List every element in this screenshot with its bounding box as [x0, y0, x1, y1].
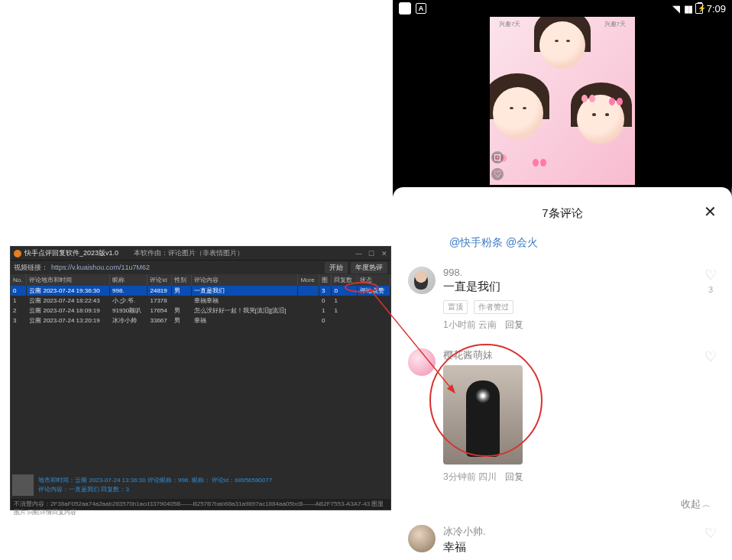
comment-meta: 1小时前 云南 — [443, 319, 497, 330]
author-liked-badge: 作者赞过 — [474, 300, 513, 314]
close-button[interactable]: ✕ — [381, 250, 387, 257]
window-controls: — ☐ ✕ — [351, 250, 387, 257]
chevron-up-icon: ︿ — [702, 500, 711, 509]
app-titlebar[interactable]: 快手点评回复软件_2023版v1.0 本软件由：评论图片（非表情图片） — ☐ … — [11, 247, 390, 261]
close-comments-button[interactable]: ✕ — [704, 202, 717, 221]
comment-nickname[interactable]: 998. — [443, 267, 697, 278]
table-cell: 24819 — [147, 286, 172, 296]
table-cell: 0 — [332, 286, 358, 296]
comment-text: 幸福 — [443, 540, 697, 555]
comments-title: 7条评论 — [542, 206, 582, 221]
table-cell — [358, 306, 390, 316]
url-value: https://v.kuaishou.com/11u7M62 — [51, 264, 150, 271]
table-cell: 1 — [332, 306, 358, 316]
app-icon — [14, 250, 21, 257]
table-cell: 云南 2023-07-24 18:22:43 — [27, 296, 110, 306]
table-cell: 91930颖叭 — [110, 306, 147, 316]
detail-line1: 地市和时间：云南 2023-07-24 13:36:30 评论昵称：998. 昵… — [38, 476, 272, 485]
avatar[interactable] — [408, 525, 436, 552]
avatar[interactable] — [408, 348, 436, 376]
table-cell: 33667 — [147, 316, 172, 325]
table-row[interactable]: 1云南 2023-07-24 18:22:43小.少.爷.17378幸福幸福01 — [11, 296, 390, 306]
table-cell: 0 — [11, 286, 27, 296]
table-cell: 17654 — [147, 306, 172, 316]
table-header[interactable]: 性别 — [172, 274, 191, 286]
desktop-app-window: 快手点评回复软件_2023版v1.0 本软件由：评论图片（非表情图片） — ☐ … — [10, 246, 391, 510]
table-header[interactable]: More — [298, 274, 319, 286]
detail-avatar — [12, 474, 34, 496]
table-cell — [358, 296, 390, 306]
camera-icon[interactable]: ⊡ — [491, 151, 504, 163]
table-cell: 小.少.爷. — [110, 296, 147, 306]
like-button[interactable]: ♡ — [704, 348, 717, 365]
clock-text: 7:09 — [707, 3, 726, 15]
table-cell: 2 — [11, 306, 27, 316]
overlay-text-1: 兴趣7天 — [499, 20, 520, 28]
comment-nickname[interactable]: 樱花酱萌妹 — [443, 348, 697, 362]
table-header[interactable]: 图 — [319, 274, 332, 286]
status-text: 不清楚内容：2F38aF052aa74a2aab283570b1acd33790… — [14, 500, 387, 509]
like-button[interactable]: ♡ — [704, 525, 717, 542]
table-cell: 0 — [319, 316, 332, 325]
table-cell — [298, 306, 319, 316]
table-header[interactable]: 状态 — [358, 274, 390, 286]
app-subtitle: 本软件由：评论图片（非表情图片） — [134, 248, 244, 258]
table-header[interactable]: No. — [11, 274, 27, 286]
comment-item: 998. 一直是我们 置顶 作者赞过 1小时前 云南 回复 ♡ 3 — [408, 261, 717, 342]
table-header[interactable]: 回复数 — [332, 274, 358, 286]
phone-status-bar: A ◥ ▮▮ ⚡ 7:09 — [393, 0, 732, 17]
detail-panel: 地市和时间：云南 2023-07-24 13:36:30 评论昵称：998. 昵… — [12, 474, 272, 496]
like-button[interactable]: ♡ — [704, 267, 717, 283]
table-row[interactable]: 0云南 2023-07-24 19:36:30998.24819男一直是我们30… — [11, 286, 390, 296]
table-cell: 怎么没好好一起！我哭[流泪][流泪] — [191, 306, 298, 316]
table-cell: 男 — [172, 286, 191, 296]
table-row[interactable]: 2云南 2023-07-24 18:09:1991930颖叭17654男怎么没好… — [11, 306, 390, 316]
phone-frame: A ◥ ▮▮ ⚡ 7:09 TS 兴趣7天 兴趣7天 ⊡ — [393, 0, 732, 560]
comments-table[interactable]: No.评论地市和时间昵称评论id性别评论内容More图回复数状态 0云南 202… — [11, 274, 390, 325]
mentions[interactable]: @快手粉条 @会火 — [408, 233, 717, 261]
avatar[interactable] — [408, 267, 436, 294]
table-cell: 幸福 — [191, 316, 298, 325]
table-cell: 男 — [172, 306, 191, 316]
pinned-badge: 置顶 — [443, 300, 468, 314]
comment-image[interactable] — [443, 365, 523, 465]
table-header[interactable]: 评论地市和时间 — [27, 274, 110, 286]
table-cell: 云南 2023-07-24 19:36:30 — [27, 286, 110, 296]
table-header[interactable]: 昵称 — [110, 274, 147, 286]
video-thumbnail: 兴趣7天 兴趣7天 ⊡ ♡ — [490, 17, 635, 185]
comment-item: 樱花酱萌妹 3分钟前 四川 回复 ♡ — [408, 342, 717, 494]
start-button[interactable]: 开始 — [325, 262, 348, 274]
maximize-button[interactable]: ☐ — [368, 250, 374, 257]
table-cell: 男 — [172, 316, 191, 325]
table-cell: 云南 2023-07-24 18:09:19 — [27, 306, 110, 316]
like-count: 3 — [708, 285, 713, 294]
collapse-button[interactable]: 收起︿ — [408, 494, 717, 519]
table-cell — [332, 316, 358, 325]
table-cell — [298, 316, 319, 325]
table-cell: 一直是我们 — [191, 286, 298, 296]
table-cell: 1 — [319, 306, 332, 316]
minimize-button[interactable]: — — [355, 250, 362, 257]
table-cell — [298, 296, 319, 306]
app-title: 快手点评回复软件_2023版v1.0 — [24, 248, 118, 258]
table-header[interactable]: 评论id — [147, 274, 172, 286]
table-cell: 0 — [319, 296, 332, 306]
table-cell: 17378 — [147, 296, 172, 306]
table-cell: 幸福幸福 — [191, 296, 298, 306]
a-badge-icon: A — [416, 3, 426, 14]
table-cell: 云南 2023-07-24 13:20:19 — [27, 316, 110, 325]
table-cell: 3 — [11, 316, 27, 325]
annual-button[interactable]: 年度热评 — [351, 262, 387, 274]
overlay-text-2: 兴趣7天 — [604, 20, 626, 28]
comment-nickname[interactable]: 冰冷小帅. — [443, 525, 697, 539]
table-header[interactable]: 评论内容 — [191, 274, 298, 286]
status-bar: 不清楚内容：2F38aF052aa74a2aab283570b1acd33790… — [11, 499, 390, 510]
reply-button[interactable]: 回复 — [505, 319, 523, 330]
table-cell: 评论点赞 — [358, 286, 390, 296]
table-cell: 998. — [110, 286, 147, 296]
reply-button[interactable]: 回复 — [505, 471, 523, 482]
data-table-container: No.评论地市和时间昵称评论id性别评论内容More图回复数状态 0云南 202… — [11, 274, 390, 458]
heart-mini-icon[interactable]: ♡ — [491, 168, 504, 180]
video-player[interactable]: 兴趣7天 兴趣7天 ⊡ ♡ — [393, 17, 732, 185]
table-row[interactable]: 3云南 2023-07-24 13:20:19冰冷小帅33667男幸福0 — [11, 316, 390, 325]
